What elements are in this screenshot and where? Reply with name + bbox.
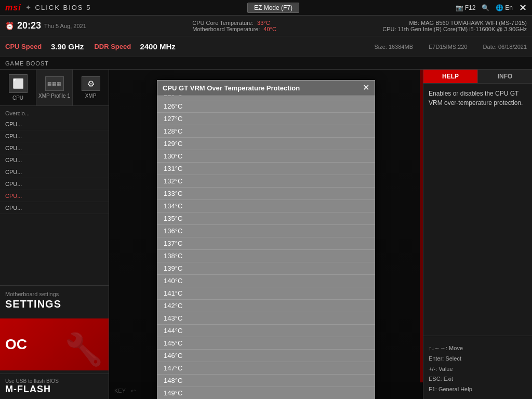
temperature-item[interactable]: 136°C: [157, 225, 375, 237]
temperature-item[interactable]: 143°C: [157, 312, 375, 325]
temperature-item[interactable]: 129°C: [157, 138, 375, 150]
right-panel-tabs: HELP INFO: [423, 70, 532, 84]
cpu-speed-value: 3.90 GHz: [51, 42, 84, 51]
temperature-item[interactable]: 146°C: [157, 350, 375, 362]
cpu-icon: ⬜: [9, 74, 28, 93]
date-display: Thu 5 Aug, 2021: [44, 23, 86, 29]
game-boost-bar: GAME BOOST: [0, 57, 532, 70]
top-bar: msi ✦ CLICK BIOS 5 EZ Mode (F7) 📷 F12 🔍 …: [0, 0, 532, 16]
cpu-temp-value: 33°C: [257, 20, 270, 26]
temperature-item[interactable]: 142°C: [157, 300, 375, 312]
temperature-item[interactable]: 149°C: [157, 387, 375, 399]
xmp2-icon: ⚙: [82, 76, 100, 91]
left-sidebar: ⬜ CPU ▦▦▦ XMP Profile 1 ⚙ XMP Overclo...…: [0, 70, 109, 399]
clock-icon: ⏰: [5, 22, 14, 30]
temperature-item[interactable]: 134°C: [157, 200, 375, 212]
menu-item-4[interactable]: CPU...: [0, 166, 109, 178]
temperature-item[interactable]: 131°C: [157, 163, 375, 175]
mb-temp-label: Motherboard Temperature:: [192, 26, 260, 32]
close-button[interactable]: ✕: [519, 3, 527, 12]
menu-item-1[interactable]: CPU...: [0, 130, 109, 142]
tab-info[interactable]: INFO: [478, 70, 532, 83]
menu-item-7[interactable]: CPU...: [0, 202, 109, 214]
key-hint-item: F1: General Help: [429, 384, 527, 395]
time-display: 20:23: [17, 20, 41, 31]
temperature-item[interactable]: 138°C: [157, 250, 375, 262]
oc-box[interactable]: OC 🔧: [0, 318, 109, 370]
modal-header: CPU GT VRM Over Temperature Protection ✕: [157, 81, 375, 96]
search-icon: 🔍: [482, 4, 489, 11]
temperature-item[interactable]: 135°C: [157, 212, 375, 225]
ez-mode-button[interactable]: EZ Mode (F7): [247, 3, 299, 13]
right-panel: HELP INFO Enables or disables the CPU GT…: [423, 70, 532, 399]
memory-size: Size: 16384MB: [374, 44, 413, 50]
right-divider: [423, 336, 532, 336]
tab-xmp1[interactable]: ▦▦▦ XMP Profile 1: [36, 70, 73, 105]
temperature-item[interactable]: 132°C: [157, 175, 375, 188]
tab-cpu[interactable]: ⬜ CPU: [0, 70, 36, 105]
temperature-item[interactable]: 147°C: [157, 362, 375, 375]
tab-xmp1-label: XMP Profile 1: [38, 93, 70, 99]
cpu-temp-line: CPU Core Temperature: 33°C: [192, 20, 276, 26]
settings-title: SETTINGS: [5, 298, 103, 310]
modal-close-button[interactable]: ✕: [363, 84, 369, 92]
temperature-item[interactable]: 133°C: [157, 188, 375, 200]
temperature-item[interactable]: 126°C: [157, 100, 375, 113]
key-hint-item: ↑↓←→: Move: [429, 343, 527, 354]
mb-temp-value: 40°C: [263, 26, 276, 32]
cpu-speed-label: CPU Speed: [5, 43, 47, 50]
clock-section: ⏰ 20:23 Thu 5 Aug, 2021: [5, 20, 86, 31]
top-bar-left: msi ✦ CLICK BIOS 5: [5, 3, 91, 12]
tab-help[interactable]: HELP: [423, 70, 478, 83]
temperature-item[interactable]: 127°C: [157, 113, 375, 125]
menu-item-0[interactable]: CPU...: [0, 118, 109, 130]
search-button[interactable]: 🔍: [482, 4, 489, 11]
bios-title-divider: ✦: [25, 4, 31, 11]
temperature-info: CPU Core Temperature: 33°C Motherboard T…: [192, 20, 276, 32]
temperature-item[interactable]: 125°C: [157, 96, 375, 100]
temperature-modal: CPU GT VRM Over Temperature Protection ✕…: [157, 80, 375, 399]
key-hint-item: +/-: Value: [429, 364, 527, 375]
temperature-item[interactable]: 144°C: [157, 325, 375, 337]
f12-label: F12: [465, 4, 476, 11]
modal-overlay: CPU GT VRM Over Temperature Protection ✕…: [109, 70, 423, 399]
overclock-label: Overclo...: [0, 106, 109, 118]
temperature-item[interactable]: 130°C: [157, 150, 375, 163]
ddr-speed-item: DDR Speed 2400 MHz: [94, 42, 175, 51]
menu-item-5[interactable]: CPU...: [0, 178, 109, 190]
profile-tabs: ⬜ CPU ▦▦▦ XMP Profile 1 ⚙ XMP: [0, 70, 109, 106]
screenshot-button[interactable]: 📷 F12: [456, 4, 476, 11]
modal-body[interactable]: 123°C124°C125°C126°C127°C128°C129°C130°C…: [157, 96, 375, 399]
settings-subtitle: Motherboard settings: [5, 291, 103, 297]
oc-label: OC: [5, 336, 27, 353]
tab-xmp2[interactable]: ⚙ XMP: [73, 70, 109, 105]
key-hint-item: ESC: Exit: [429, 374, 527, 384]
mflash-section[interactable]: Use USB to flash BIOS M-FLASH: [0, 374, 109, 399]
msi-logo: msi: [5, 3, 21, 12]
info-bar: ⏰ 20:23 Thu 5 Aug, 2021 CPU Core Tempera…: [0, 16, 532, 36]
temperature-item[interactable]: 148°C: [157, 375, 375, 387]
bios-date: Date: 06/18/2021: [483, 44, 527, 50]
temperature-item[interactable]: 140°C: [157, 275, 375, 287]
menu-item-2[interactable]: CPU...: [0, 142, 109, 154]
mb-temp-line: Motherboard Temperature: 40°C: [192, 26, 276, 32]
temperature-item[interactable]: 145°C: [157, 337, 375, 350]
cpu-name: CPU: 11th Gen Intel(R) Core(TM) i5-11600…: [382, 26, 527, 32]
help-text: Enables or disables the CPU GT VRM over-…: [429, 89, 527, 108]
tab-cpu-label: CPU: [12, 95, 23, 101]
language-button[interactable]: 🌐 En: [496, 4, 513, 11]
globe-icon: 🌐: [496, 4, 503, 11]
cpu-temp-label: CPU Core Temperature:: [192, 20, 254, 26]
temperature-item[interactable]: 141°C: [157, 287, 375, 300]
modal-title: CPU GT VRM Over Temperature Protection: [163, 84, 300, 92]
temperature-item[interactable]: 139°C: [157, 262, 375, 275]
speed-bar: CPU Speed 3.90 GHz DDR Speed 2400 MHz Si…: [0, 36, 532, 57]
main-content: ⬜ CPU ▦▦▦ XMP Profile 1 ⚙ XMP Overclo...…: [0, 70, 532, 399]
camera-icon: 📷: [456, 4, 463, 11]
top-bar-center: EZ Mode (F7): [247, 3, 299, 13]
temperature-item[interactable]: 137°C: [157, 237, 375, 250]
menu-item-3[interactable]: CPU...: [0, 154, 109, 166]
cpu-speed-item: CPU Speed 3.90 GHz: [5, 42, 84, 51]
menu-item-6[interactable]: CPU...: [0, 190, 109, 202]
temperature-item[interactable]: 128°C: [157, 125, 375, 138]
